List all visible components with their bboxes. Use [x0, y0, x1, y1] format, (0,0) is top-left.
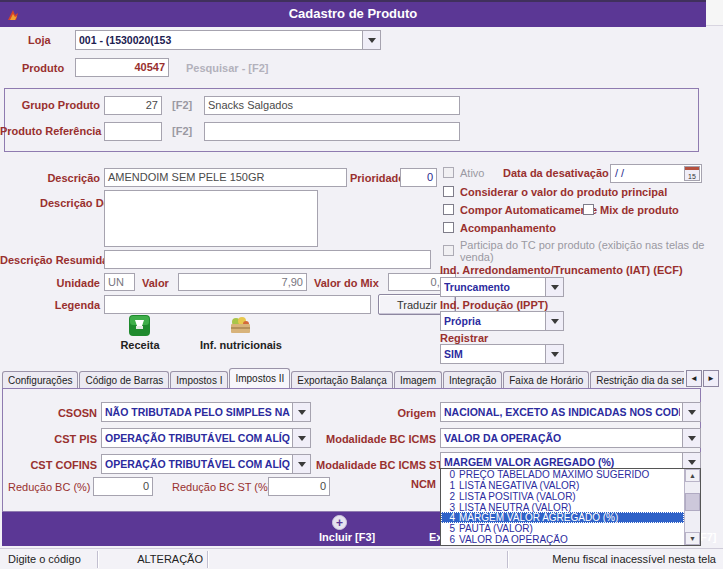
produto-referencia-input[interactable]: [104, 122, 162, 141]
iat-label: Ind. Arredondamento/Truncamento (IAT) (E…: [440, 264, 683, 276]
data-desativacao-field[interactable]: / / 15: [610, 164, 702, 183]
reducao-bc-st-input[interactable]: 0: [268, 477, 330, 496]
cst-cofins-select[interactable]: OPERAÇÃO TRIBUTÁVEL COM ALÍQUOTA BÁSICA: [101, 454, 311, 474]
reducao-bc-input[interactable]: 0: [93, 477, 153, 496]
chevron-down-icon[interactable]: [292, 403, 310, 421]
valor-mix-label: Valor do Mix: [314, 277, 379, 289]
produto-input[interactable]: 40547: [75, 58, 169, 77]
tab-impostos-1[interactable]: Impostos I: [170, 371, 228, 389]
incluir-button[interactable]: Incluir [F3]: [319, 531, 375, 543]
chevron-down-icon[interactable]: [292, 429, 310, 447]
status-left: Digite o código: [8, 553, 81, 565]
origem-select[interactable]: NACIONAL, EXCETO AS INDICADAS NOS CODIGO…: [440, 402, 701, 422]
status-mode: ALTERAÇÃO: [97, 553, 203, 565]
chevron-down-icon[interactable]: [362, 31, 380, 49]
loja-value: 001 - (1530020(153: [79, 34, 360, 46]
modalidade-icms-st-value: MARGEM VALOR AGREGADO (%): [444, 456, 680, 468]
grupo-produto-nome[interactable]: Snacks Salgados: [204, 96, 460, 115]
list-item-selected[interactable]: 4MARGEM VALOR AGREGADO (%): [441, 512, 684, 523]
legenda-input[interactable]: [104, 295, 371, 314]
produto-referencia-nome[interactable]: [204, 122, 460, 141]
ippt-value: Própria: [444, 315, 543, 327]
chevron-down-icon[interactable]: [292, 455, 310, 473]
valor-label: Valor: [142, 277, 169, 289]
tab-scroll-left-icon[interactable]: ◄: [686, 370, 702, 387]
registrar-label: Registrar: [440, 332, 488, 344]
tab-faixa-de-horario[interactable]: Faixa de Horário: [503, 371, 589, 389]
list-item[interactable]: 6VALOR DA OPERAÇÃO: [441, 534, 684, 545]
descricao-input[interactable]: AMENDOIM SEM PELE 150GR: [104, 168, 347, 187]
tab-exportacao-balanca[interactable]: Exportação Balança: [291, 371, 393, 389]
list-item[interactable]: 1LISTA NEGATIVA (VALOR): [441, 480, 684, 491]
tab-strip: Configurações Código de Barras Impostos …: [2, 368, 684, 389]
prioridade-input[interactable]: 0: [400, 168, 437, 187]
list-item[interactable]: 2LISTA POSITIVA (VALOR): [441, 491, 684, 502]
origem-value: NACIONAL, EXCETO AS INDICADAS NOS CODIGO…: [444, 406, 680, 418]
ativo-checkbox[interactable]: [443, 167, 454, 178]
data-desativacao-value: / /: [615, 167, 624, 179]
modalidade-icms-select[interactable]: VALOR DA OPERAÇÃO: [440, 428, 701, 448]
tab-codigo-de-barras[interactable]: Código de Barras: [79, 371, 169, 389]
descricao-resumida-input[interactable]: [104, 250, 431, 269]
list-item[interactable]: 3LISTA NEUTRA (VALOR): [441, 502, 684, 513]
considerar-label: Considerar o valor do produto principal: [460, 186, 667, 198]
mix-produto-checkbox[interactable]: [583, 204, 594, 215]
tab-imagem[interactable]: Imagem: [394, 371, 442, 389]
compor-label: Compor Automaticamente: [460, 204, 597, 216]
status-bar: Digite o código ALTERAÇÃO Menu fiscal in…: [0, 548, 723, 569]
dropdown-scrollbar[interactable]: ▲ ▼: [684, 469, 700, 545]
list-item[interactable]: 5PAUTA (VALOR): [441, 523, 684, 534]
acompanhamento-checkbox[interactable]: [443, 222, 454, 233]
window-title: Cadastro de Produto: [0, 6, 706, 21]
f7-button-partial[interactable]: F7]: [700, 531, 717, 543]
considerar-checkbox[interactable]: [443, 186, 454, 197]
pesquisar-hint: Pesquisar - [F2]: [186, 62, 269, 74]
descricao-detalhada-textarea[interactable]: [104, 190, 318, 247]
tab-configuracoes[interactable]: Configurações: [2, 371, 78, 389]
reducao-bc-st-label: Redução BC ST (%): [172, 481, 271, 493]
data-desativacao-label: Data da desativação: [503, 167, 609, 179]
scroll-down-icon[interactable]: ▼: [685, 532, 700, 545]
grupo-produto-input[interactable]: 27: [104, 96, 162, 115]
tab-restricao-dia-semana[interactable]: Restrição dia da semana: [590, 371, 684, 389]
list-item[interactable]: 0PREÇO TABELADO MÁXIMO SUGERIDO: [441, 469, 684, 480]
produto-referencia-label: Produto Referência: [0, 125, 100, 137]
descricao-detalhada-label: Descrição Detalhada: [40, 197, 100, 210]
scrollbar-thumb[interactable]: [685, 493, 700, 511]
cst-pis-select[interactable]: OPERAÇÃO TRIBUTÁVEL COM ALÍQUOTA BÁSICA: [101, 428, 311, 448]
loja-select[interactable]: 001 - (1530020(153: [75, 30, 381, 50]
unidade-input[interactable]: UN: [104, 273, 135, 291]
csosn-select[interactable]: NÃO TRIBUTADA PELO SIMPLES NACIONAL: [101, 402, 311, 422]
ippt-select[interactable]: Própria: [440, 311, 564, 331]
registrar-select[interactable]: SIM: [440, 344, 564, 364]
referencia-f2-hint: [F2]: [172, 125, 192, 137]
scroll-up-icon[interactable]: ▲: [685, 469, 700, 482]
chevron-down-icon[interactable]: [545, 278, 563, 296]
modalidade-icms-label: Modalidade BC ICMS: [326, 433, 436, 445]
receita-icon[interactable]: [128, 314, 151, 337]
tab-impostos-2[interactable]: Impostos II: [229, 368, 290, 389]
mix-produto-label: Mix de produto: [600, 204, 679, 216]
ippt-label: Ind. Produção (IPPT): [440, 299, 548, 311]
csosn-value: NÃO TRIBUTADA PELO SIMPLES NACIONAL: [105, 406, 290, 418]
status-separator: [207, 551, 208, 568]
fruit-basket-icon[interactable]: [228, 315, 253, 336]
valor-input[interactable]: 7,90: [178, 273, 307, 291]
tab-integracao[interactable]: Integração: [443, 371, 502, 389]
modalidade-icms-value: VALOR DA OPERAÇÃO: [444, 432, 680, 444]
csosn-label: CSOSN: [20, 407, 97, 419]
status-right: Menu fiscal inacessível nesta tela: [552, 553, 716, 565]
chevron-down-icon[interactable]: [545, 312, 563, 330]
modalidade-icms-st-label: Modalidade BC ICMS ST: [316, 459, 436, 471]
compor-checkbox[interactable]: [443, 204, 454, 215]
tab-scroll-right-icon[interactable]: ►: [703, 370, 719, 387]
chevron-down-icon[interactable]: [682, 403, 700, 421]
calendar-icon[interactable]: 15: [684, 166, 700, 181]
iat-select[interactable]: Truncamento: [440, 277, 564, 297]
incluir-plus-icon: +: [332, 515, 347, 530]
origem-label: Origem: [336, 407, 436, 419]
title-bar: Cadastro de Produto: [0, 0, 706, 27]
chevron-down-icon[interactable]: [545, 345, 563, 363]
participa-tc-checkbox[interactable]: [443, 245, 454, 256]
chevron-down-icon[interactable]: [682, 429, 700, 447]
